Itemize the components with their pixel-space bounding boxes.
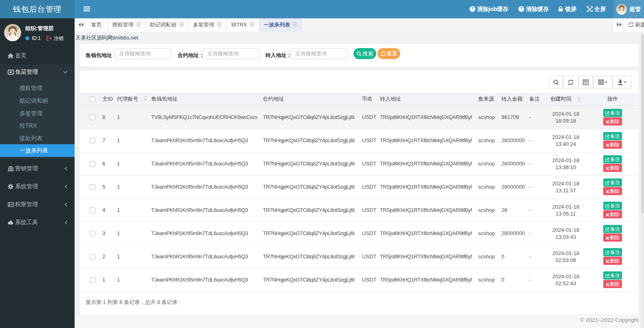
svg-text:?: ? bbox=[520, 7, 523, 11]
svg-text:?: ? bbox=[471, 7, 474, 11]
